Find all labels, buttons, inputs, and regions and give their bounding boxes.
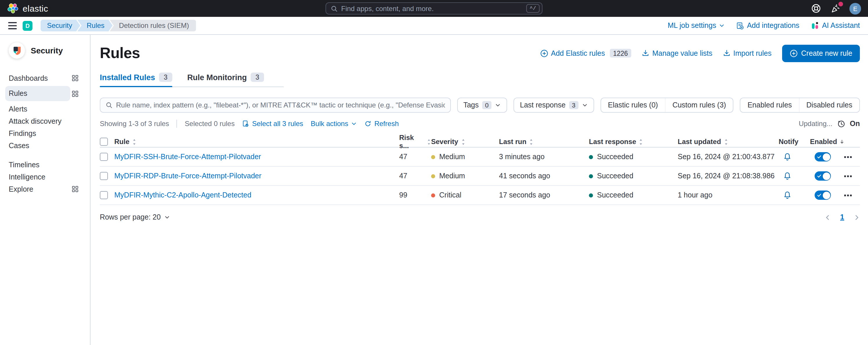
severity-dot bbox=[431, 155, 435, 159]
row-checkbox[interactable] bbox=[100, 153, 108, 161]
sidebar-item-findings[interactable]: Findings bbox=[0, 127, 90, 139]
sidebar-title: Security bbox=[31, 46, 63, 55]
news-button[interactable] bbox=[830, 3, 841, 14]
chevron-down-icon bbox=[582, 102, 588, 108]
column-header-last-updated[interactable]: Last updated bbox=[678, 138, 779, 146]
help-button[interactable] bbox=[810, 3, 822, 14]
column-header-severity[interactable]: Severity bbox=[431, 138, 499, 146]
sidebar-item-label: Findings bbox=[9, 129, 36, 137]
last-updated: 1 hour ago bbox=[678, 191, 779, 199]
bulk-actions-menu[interactable]: Bulk actions bbox=[311, 120, 357, 128]
rule-name-link[interactable]: MyDFIR-Mythic-C2-Apollo-Agent-Detected bbox=[114, 191, 399, 199]
column-header-last-response[interactable]: Last response bbox=[589, 138, 678, 146]
table-header-row: Rule Risk s... Severity Last run bbox=[100, 134, 860, 147]
refresh-label: Refresh bbox=[374, 120, 399, 128]
elastic-brand[interactable]: elastic bbox=[7, 3, 48, 14]
menu-icon[interactable] bbox=[8, 22, 17, 29]
breadcrumb-rules[interactable]: Rules bbox=[78, 20, 113, 31]
rule-search-input[interactable] bbox=[116, 101, 445, 109]
enabled-toggle[interactable] bbox=[815, 171, 831, 181]
filter-bar: Tags 0 Last response 3 Elastic rules (0)… bbox=[100, 97, 860, 113]
check-icon bbox=[817, 174, 822, 178]
last-response-filter-button[interactable]: Last response 3 bbox=[514, 97, 594, 113]
auto-refresh-state[interactable]: On bbox=[850, 120, 860, 128]
auto-refresh-clock-icon[interactable] bbox=[837, 120, 845, 128]
sort-icon bbox=[426, 139, 431, 145]
tags-filter-button[interactable]: Tags 0 bbox=[457, 97, 507, 113]
severity-label: Critical bbox=[439, 191, 461, 199]
select-all-button[interactable]: Select all 3 rules bbox=[242, 120, 303, 128]
sidebar-item-rules[interactable]: Rules bbox=[0, 86, 90, 101]
disabled-rules-filter[interactable]: Disabled rules bbox=[799, 98, 859, 112]
rows-per-page-menu[interactable]: Rows per page: 20 bbox=[100, 213, 170, 221]
last-run: 41 seconds ago bbox=[499, 172, 589, 180]
sidebar-item-intelligence[interactable]: Intelligence bbox=[0, 171, 90, 183]
global-search-input[interactable] bbox=[341, 4, 526, 12]
enabled-toggle[interactable] bbox=[815, 191, 831, 200]
sidebar-item-attack-discovery[interactable]: Attack discovery bbox=[0, 115, 90, 127]
custom-rules-filter[interactable]: Custom rules (3) bbox=[665, 98, 733, 112]
bell-icon[interactable] bbox=[783, 191, 792, 200]
chevron-down-icon bbox=[351, 121, 357, 126]
showing-count: Showing 1-3 of 3 rules bbox=[100, 120, 169, 128]
sidebar-item-explore[interactable]: Explore bbox=[0, 183, 90, 195]
sidebar-item-timelines[interactable]: Timelines bbox=[0, 159, 90, 171]
tab-label: Rule Monitoring bbox=[187, 73, 247, 82]
check-icon bbox=[817, 154, 822, 159]
breadcrumb-security[interactable]: Security bbox=[41, 20, 80, 31]
security-app-logo bbox=[9, 42, 25, 59]
sort-icon bbox=[723, 139, 728, 145]
updating-status: Updating... bbox=[799, 120, 832, 128]
ml-job-settings-menu[interactable]: ML job settings bbox=[668, 22, 725, 30]
apps-grid-icon[interactable] bbox=[72, 186, 78, 192]
rule-search-field[interactable] bbox=[100, 97, 451, 113]
tab-rule-monitoring[interactable]: Rule Monitoring 3 bbox=[187, 73, 264, 87]
sidebar-item-alerts[interactable]: Alerts bbox=[0, 103, 90, 115]
user-avatar[interactable]: E bbox=[849, 3, 861, 14]
refresh-button[interactable]: Refresh bbox=[364, 120, 399, 128]
row-actions-button[interactable] bbox=[844, 175, 860, 177]
page-number[interactable]: 1 bbox=[840, 213, 844, 221]
plus-in-circle-icon bbox=[540, 49, 548, 57]
create-new-rule-button[interactable]: Create new rule bbox=[782, 45, 860, 62]
import-icon bbox=[723, 49, 731, 57]
tab-installed-rules[interactable]: Installed Rules 3 bbox=[100, 73, 172, 87]
enabled-rules-filter[interactable]: Enabled rules bbox=[741, 98, 799, 112]
row-checkbox[interactable] bbox=[100, 172, 108, 180]
add-integrations-link[interactable]: Add integrations bbox=[737, 22, 800, 30]
column-header-rule[interactable]: Rule bbox=[114, 138, 399, 146]
import-icon bbox=[642, 49, 649, 57]
create-new-rule-label: Create new rule bbox=[801, 49, 852, 57]
deployment-badge[interactable]: D bbox=[23, 21, 32, 30]
bell-icon[interactable] bbox=[783, 172, 792, 180]
ai-assistant-button[interactable]: AI Assistant bbox=[811, 22, 860, 30]
row-checkbox[interactable] bbox=[100, 191, 108, 199]
row-actions-button[interactable] bbox=[844, 194, 860, 196]
breadcrumb-bar: D Security Rules Detection rules (SIEM) … bbox=[0, 17, 868, 35]
severity-dot bbox=[431, 193, 435, 197]
column-header-enabled[interactable]: Enabled bbox=[810, 138, 844, 146]
sidebar-item-cases[interactable]: Cases bbox=[0, 139, 90, 152]
column-header-last-run[interactable]: Last run bbox=[499, 138, 589, 146]
row-actions-button[interactable] bbox=[844, 156, 860, 158]
import-rules-link[interactable]: Import rules bbox=[723, 49, 772, 57]
add-elastic-rules-link[interactable]: Add Elastic rules 1226 bbox=[540, 49, 631, 57]
column-header-risk-score[interactable]: Risk s... bbox=[399, 134, 431, 150]
bell-icon[interactable] bbox=[783, 152, 792, 161]
manage-value-lists-link[interactable]: Manage value lists bbox=[642, 49, 712, 57]
select-all-checkbox[interactable] bbox=[100, 138, 108, 146]
chevron-down-icon bbox=[719, 23, 725, 28]
sidebar-item-dashboards[interactable]: Dashboards bbox=[0, 72, 90, 84]
previous-page-button[interactable] bbox=[825, 214, 831, 221]
risk-score: 47 bbox=[399, 153, 431, 161]
apps-grid-icon[interactable] bbox=[72, 75, 78, 81]
sort-icon bbox=[529, 139, 534, 145]
rule-name-link[interactable]: MyDFIR-RDP-Brute-Force-Attempt-Pilotvade… bbox=[114, 172, 399, 180]
apps-grid-icon[interactable] bbox=[72, 90, 78, 97]
next-page-button[interactable] bbox=[854, 214, 860, 221]
enabled-toggle[interactable] bbox=[815, 152, 831, 162]
global-search[interactable]: ^/ bbox=[326, 2, 542, 15]
rule-name-link[interactable]: MyDFIR-SSH-Brute-Force-Attempt-Pilotvade… bbox=[114, 153, 399, 161]
elastic-rules-filter[interactable]: Elastic rules (0) bbox=[601, 98, 665, 112]
chevron-right-icon bbox=[854, 214, 860, 221]
